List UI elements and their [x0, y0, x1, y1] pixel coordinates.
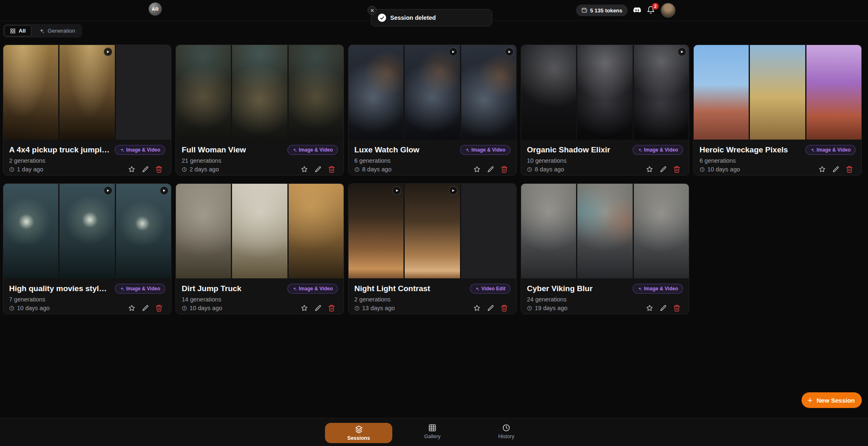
card-actions	[301, 304, 338, 312]
nav-item-gallery[interactable]: Gallery	[416, 424, 449, 439]
delete-button[interactable]	[673, 304, 681, 312]
delete-button[interactable]	[500, 304, 508, 312]
trash-icon	[155, 166, 163, 173]
delete-button[interactable]	[500, 166, 508, 173]
thumbnail[interactable]	[405, 184, 460, 278]
session-card[interactable]: High quality movies style shot of a det.…	[3, 183, 171, 314]
session-card[interactable]: Dirt Jump Truck Image & Video 14 generat…	[175, 183, 344, 314]
edit-button[interactable]	[314, 304, 322, 312]
favorite-button[interactable]	[818, 166, 826, 173]
trash-icon	[500, 304, 508, 312]
thumbnail[interactable]	[521, 45, 576, 140]
favorite-button[interactable]	[128, 166, 135, 173]
thumbnail[interactable]	[694, 45, 749, 140]
age-label: 10 days ago	[707, 166, 740, 173]
nav-item-sessions[interactable]: Sessions	[325, 423, 392, 443]
clock-icon	[502, 424, 510, 432]
nav-item-label: Gallery	[424, 434, 441, 439]
session-card[interactable]: Night Light Contrast Video Edit 2 genera…	[348, 183, 517, 314]
thumbnail[interactable]	[405, 45, 460, 140]
thumbnail[interactable]	[634, 45, 689, 140]
favorite-button[interactable]	[301, 304, 308, 312]
thumbnail[interactable]	[806, 45, 861, 140]
session-card[interactable]: Full Woman View Image & Video 21 generat…	[175, 45, 344, 176]
thumbnail[interactable]	[232, 184, 287, 278]
session-age: 19 days ago	[527, 305, 567, 311]
star-icon	[128, 166, 135, 173]
clock-icon	[182, 306, 187, 311]
thumbnail[interactable]	[634, 184, 689, 278]
session-type-badge: Image & Video	[633, 284, 683, 294]
age-label: 19 days ago	[535, 305, 567, 311]
delete-button[interactable]	[155, 304, 163, 312]
session-card[interactable]: Luxe Watch Glow Image & Video 6 generati…	[348, 45, 517, 176]
delete-button[interactable]	[328, 166, 335, 173]
thumbnail[interactable]	[289, 45, 344, 140]
play-icon	[160, 186, 168, 195]
edit-button[interactable]	[659, 166, 667, 173]
thumbnail[interactable]	[461, 45, 516, 140]
favorite-button[interactable]	[646, 304, 653, 312]
thumbnail[interactable]	[176, 184, 231, 278]
discord-icon[interactable]	[633, 6, 642, 15]
thumbnail[interactable]	[521, 184, 576, 278]
edit-button[interactable]	[142, 166, 149, 173]
edit-button[interactable]	[659, 304, 667, 312]
notifications-button[interactable]: 2	[647, 6, 656, 15]
favorite-button[interactable]	[646, 166, 653, 173]
nav-item-history[interactable]: History	[490, 424, 523, 439]
session-card[interactable]: Heroic Wreckage Pixels Image & Video 6 g…	[693, 45, 862, 176]
thumbnail[interactable]	[232, 45, 287, 140]
session-card[interactable]: Organic Shadow Elixir Image & Video 10 g…	[521, 45, 689, 176]
thumbnail[interactable]	[577, 184, 632, 278]
thumbnail[interactable]	[59, 184, 114, 278]
edit-button[interactable]	[832, 166, 840, 173]
tokens-pill[interactable]: 5 135 tokens	[576, 5, 628, 16]
session-age: 8 days ago	[527, 166, 564, 173]
thumbnail[interactable]	[116, 184, 171, 278]
trash-icon	[155, 304, 163, 312]
app-logo-avatar[interactable]: AR	[149, 2, 162, 16]
edit-button[interactable]	[142, 304, 149, 312]
favorite-button[interactable]	[473, 304, 481, 312]
card-actions	[128, 304, 165, 312]
thumbnail[interactable]	[289, 184, 344, 278]
delete-button[interactable]	[328, 304, 335, 312]
session-type-badge: Image & Video	[287, 284, 338, 294]
edit-button[interactable]	[314, 166, 322, 173]
delete-button[interactable]	[846, 166, 853, 173]
session-title: Dirt Jump Truck	[182, 284, 242, 293]
tab-generation[interactable]: Generation	[33, 25, 81, 36]
session-card[interactable]: Cyber Viking Blur Image & Video 24 gener…	[521, 183, 689, 314]
thumbnail-empty-slot	[116, 45, 171, 140]
age-label: 8 days ago	[362, 166, 391, 173]
plus-icon	[807, 397, 813, 403]
edit-button[interactable]	[487, 304, 494, 312]
thumbnail[interactable]	[577, 45, 632, 140]
thumbnail[interactable]	[59, 45, 114, 140]
trash-icon	[328, 304, 335, 312]
session-card[interactable]: A 4x4 pickup truck jumping a bump in... …	[3, 45, 171, 176]
new-session-button[interactable]: New Session	[802, 392, 862, 408]
tab-all[interactable]: All	[4, 25, 31, 36]
thumbnail[interactable]	[3, 184, 58, 278]
favorite-button[interactable]	[128, 304, 135, 312]
thumbnail[interactable]	[349, 184, 403, 278]
toast-close-button[interactable]	[368, 6, 377, 15]
badge-label: Image & Video	[126, 286, 160, 292]
favorite-button[interactable]	[301, 166, 308, 173]
favorite-button[interactable]	[473, 166, 481, 173]
delete-button[interactable]	[155, 166, 163, 173]
user-avatar[interactable]	[661, 3, 676, 18]
generation-count: 21 generations	[182, 157, 338, 164]
thumbnail[interactable]	[176, 45, 231, 140]
star-icon	[128, 304, 135, 312]
new-session-label: New Session	[816, 397, 855, 404]
delete-button[interactable]	[673, 166, 681, 173]
thumbnail[interactable]	[750, 45, 805, 140]
session-type-badge: Image & Video	[460, 145, 510, 155]
thumbnail[interactable]	[349, 45, 403, 140]
star-icon	[473, 304, 481, 312]
edit-button[interactable]	[487, 166, 494, 173]
thumbnail[interactable]	[3, 45, 58, 140]
